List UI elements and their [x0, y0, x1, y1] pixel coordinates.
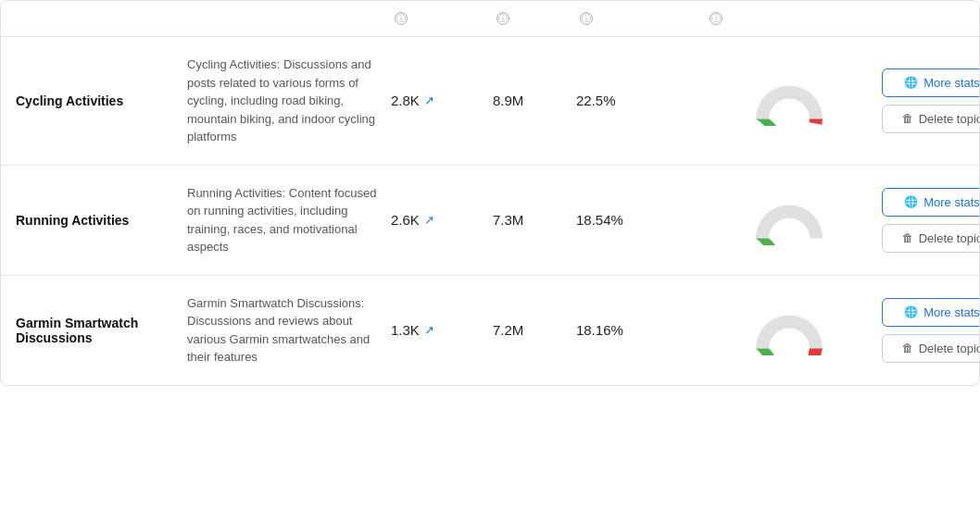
sov-info-icon[interactable]: ⓘ	[580, 12, 593, 25]
mentions-cycling: 2.8K ↗	[391, 93, 493, 108]
actions-running: 🌐 More stats 🗑 Delete topic	[873, 188, 980, 253]
description-garmin: Garmin Smartwatch Discussions: Discussio…	[187, 294, 391, 367]
mentions-garmin: 1.3K ↗	[391, 322, 493, 338]
stats-globe-icon: 🌐	[904, 76, 918, 89]
header-mentions: ⓘ	[391, 12, 493, 25]
more-stats-button-garmin[interactable]: 🌐 More stats	[882, 298, 980, 327]
mentions-link-running[interactable]: ↗	[424, 213, 434, 227]
delete-trash-icon: 🗑	[902, 342, 913, 355]
sentiment-gauge-running	[706, 194, 873, 245]
description-cycling: Cycling Activities: Discussions and post…	[187, 56, 391, 146]
delete-topic-button-garmin[interactable]: 🗑 Delete topic	[882, 334, 980, 363]
table-body: Cycling Activities Cycling Activities: D…	[1, 37, 979, 385]
header-topic-name	[16, 12, 187, 25]
header-sentiment: ⓘ	[706, 12, 873, 25]
mentions-link-garmin[interactable]: ↗	[424, 323, 434, 337]
mentions-running: 2.6K ↗	[391, 212, 493, 228]
table-row-garmin: Garmin Smartwatch Discussions Garmin Sma…	[1, 276, 979, 385]
delete-trash-icon: 🗑	[902, 231, 913, 244]
table-row-running: Running Activities Running Activities: C…	[1, 166, 979, 276]
header-sov: ⓘ	[576, 12, 706, 25]
sentiment-info-icon[interactable]: ⓘ	[710, 12, 722, 25]
reach-cycling: 8.9M	[493, 93, 576, 108]
table-row-cycling: Cycling Activities Cycling Activities: D…	[1, 37, 979, 166]
sentiment-gauge-garmin	[706, 305, 873, 355]
mentions-info-icon[interactable]: ⓘ	[395, 12, 408, 25]
delete-topic-button-running[interactable]: 🗑 Delete topic	[882, 224, 980, 253]
description-running: Running Activities: Content focused on r…	[187, 184, 391, 256]
actions-garmin: 🌐 More stats 🗑 Delete topic	[873, 298, 980, 363]
delete-trash-icon: 🗑	[902, 112, 913, 125]
sov-cycling: 22.5%	[576, 93, 706, 108]
more-stats-button-running[interactable]: 🌐 More stats	[882, 188, 980, 217]
header-actions	[873, 12, 964, 25]
delete-topic-button-cycling[interactable]: 🗑 Delete topic	[882, 105, 980, 133]
sentiment-gauge-cycling	[706, 75, 873, 126]
topic-name-running: Running Activities	[16, 213, 187, 228]
topics-table: ⓘ ⓘ ⓘ ⓘ Cycling Activities Cycling Activ…	[0, 0, 980, 386]
reach-garmin: 7.2M	[493, 322, 576, 338]
sov-running: 18.54%	[576, 212, 706, 228]
header-reach: ⓘ	[493, 12, 576, 25]
actions-cycling: 🌐 More stats 🗑 Delete topic	[873, 68, 980, 133]
table-header: ⓘ ⓘ ⓘ ⓘ	[1, 1, 979, 37]
stats-globe-icon: 🌐	[904, 305, 918, 318]
reach-running: 7.3M	[493, 212, 576, 228]
more-stats-button-cycling[interactable]: 🌐 More stats	[882, 68, 980, 97]
topic-name-cycling: Cycling Activities	[16, 93, 187, 108]
stats-globe-icon: 🌐	[904, 195, 918, 208]
reach-info-icon[interactable]: ⓘ	[496, 12, 509, 25]
sov-garmin: 18.16%	[576, 322, 706, 338]
header-description	[187, 12, 391, 25]
topic-name-garmin: Garmin Smartwatch Discussions	[16, 316, 187, 345]
mentions-link-cycling[interactable]: ↗	[424, 93, 434, 107]
